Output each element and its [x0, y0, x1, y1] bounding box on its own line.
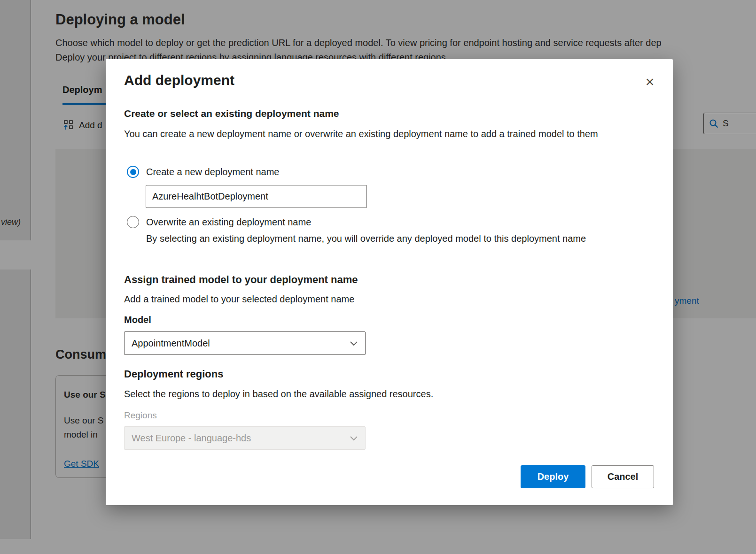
- radio-create-new-label[interactable]: Create a new deployment name: [146, 167, 280, 177]
- cancel-button[interactable]: Cancel: [592, 465, 654, 488]
- radio-create-new-deployment[interactable]: [127, 166, 139, 178]
- app-screen: view) Deploying a model Choose which mod…: [0, 0, 756, 554]
- section-description-deployment-name: You can create a new deployment name or …: [124, 127, 622, 141]
- regions-dropdown-value: West Europe - language-hds: [132, 433, 251, 444]
- model-dropdown-value: AppointmentModel: [132, 338, 210, 349]
- model-dropdown[interactable]: AppointmentModel: [124, 331, 366, 355]
- deployment-name-input[interactable]: [146, 185, 367, 208]
- add-deployment-dialog: Add deployment × Create or select an exi…: [106, 59, 673, 505]
- deploy-button[interactable]: Deploy: [521, 465, 585, 488]
- radio-overwrite-existing[interactable]: [127, 216, 139, 228]
- model-label: Model: [124, 315, 151, 325]
- section-heading-deployment-name: Create or select an existing deployment …: [124, 108, 339, 119]
- overwrite-note: By selecting an existing deployment name…: [146, 233, 586, 244]
- chevron-down-icon: [350, 436, 358, 441]
- chevron-down-icon: [350, 341, 358, 346]
- section-heading-deployment-regions: Deployment regions: [124, 368, 223, 380]
- dialog-title: Add deployment: [124, 72, 234, 88]
- section-description-deployment-regions: Select the regions to deploy in based on…: [124, 389, 433, 400]
- section-description-assign-model: Add a trained model to your selected dep…: [124, 294, 354, 305]
- regions-dropdown-disabled: West Europe - language-hds: [124, 426, 366, 450]
- regions-label: Regions: [124, 410, 157, 421]
- close-icon[interactable]: ×: [640, 72, 659, 91]
- section-heading-assign-model: Assign trained model to your deployment …: [124, 274, 358, 286]
- radio-overwrite-label[interactable]: Overwrite an existing deployment name: [146, 217, 311, 228]
